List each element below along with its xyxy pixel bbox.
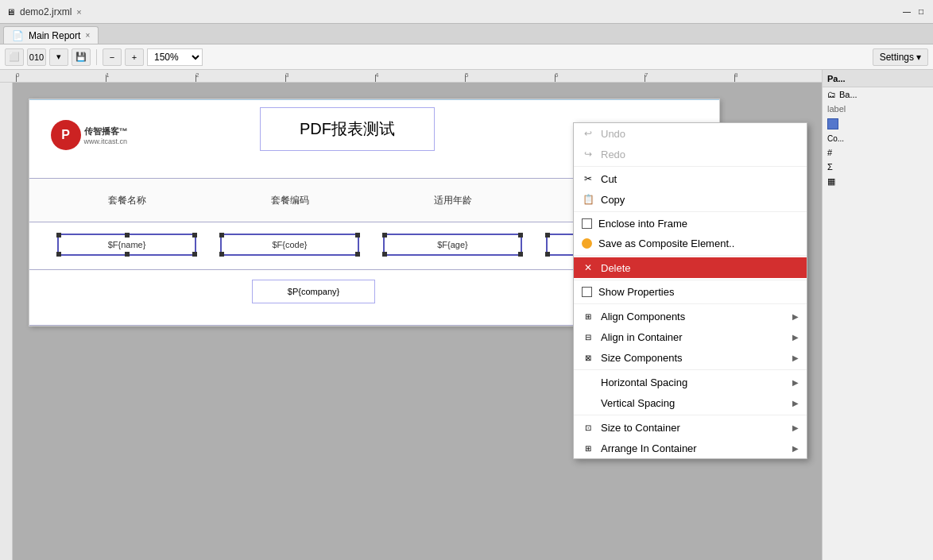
handle-br[interactable] xyxy=(518,252,523,257)
ctx-menu-redo[interactable]: ↪ Redo xyxy=(574,144,807,164)
ctx-menu-vertical-spacing[interactable]: Vertical Spacing ▶ xyxy=(574,392,807,413)
zoom-select[interactable]: 150% 100% 75% 50% 200% xyxy=(147,48,203,66)
rp-hash-icon: # xyxy=(827,148,832,157)
align-in-container-arrow: ▶ xyxy=(792,333,799,342)
right-panel-ba[interactable]: 🗂 Ba... xyxy=(823,87,933,102)
right-panel-label[interactable]: label xyxy=(823,102,933,116)
toolbar: ⬜ 010 ▾ 💾 − + 150% 100% 75% 50% 200% Set… xyxy=(0,44,933,70)
size-to-container-icon: ⊡ xyxy=(582,421,594,434)
window-close-icon[interactable]: × xyxy=(76,7,81,17)
detail-cell-code[interactable]: $F{code} xyxy=(220,234,359,256)
handle-bl[interactable] xyxy=(545,252,550,257)
ctx-menu-show-properties[interactable]: Show Properties xyxy=(574,282,807,302)
ruler-vertical xyxy=(0,83,13,560)
ctx-sep-6 xyxy=(574,369,807,370)
toolbar-btn-3[interactable]: 💾 xyxy=(72,48,91,66)
col-header-code: 套餐编码 xyxy=(220,188,359,212)
align-in-container-icon: ⊟ xyxy=(582,330,594,343)
handle-tr[interactable] xyxy=(192,233,197,238)
ctx-menu-cut[interactable]: ✂ Cut xyxy=(574,168,807,189)
ctx-sep-4 xyxy=(574,280,807,280)
show-properties-icon xyxy=(582,287,592,297)
ctx-menu-align-components[interactable]: ⊞ Align Components ▶ xyxy=(574,306,807,326)
ctx-save-composite-label: Save as Composite Element.. xyxy=(598,238,799,249)
rp-sigma-icon: Σ xyxy=(827,162,833,172)
redo-icon: ↪ xyxy=(582,148,594,160)
tab-label: Main Report xyxy=(29,30,80,41)
right-panel-grid[interactable]: ▦ xyxy=(823,174,933,189)
handle-tl[interactable] xyxy=(382,233,387,238)
handle-bl[interactable] xyxy=(219,252,224,257)
tab-main-report[interactable]: 📄 Main Report × xyxy=(3,26,99,44)
ctx-show-properties-label: Show Properties xyxy=(598,286,799,298)
toolbar-dropdown[interactable]: ▾ xyxy=(49,48,68,66)
tab-bar: 📄 Main Report × xyxy=(0,24,933,44)
window-filename: demo2.jrxml xyxy=(20,6,72,17)
ctx-align-components-label: Align Components xyxy=(601,311,786,322)
ctx-copy-label: Copy xyxy=(601,194,799,206)
canvas-scroll[interactable]: P 传智播客™ www.itcast.cn PDF报表测试 xyxy=(13,83,822,560)
ctx-menu-save-composite[interactable]: Save as Composite Element.. xyxy=(574,234,807,253)
title-textbox[interactable]: PDF报表测试 xyxy=(260,107,435,151)
ctx-align-in-container-label: Align in Container xyxy=(601,331,786,343)
size-components-icon: ⊠ xyxy=(582,351,594,364)
zoom-out-btn[interactable]: − xyxy=(103,48,122,66)
handle-bl[interactable] xyxy=(56,252,61,257)
handle-bm[interactable] xyxy=(125,252,130,257)
handle-tr[interactable] xyxy=(518,233,523,238)
handle-br[interactable] xyxy=(192,252,197,257)
ctx-delete-label: Delete xyxy=(601,262,799,274)
ctx-cut-label: Cut xyxy=(601,173,799,185)
ctx-menu-horizontal-spacing[interactable]: Horizontal Spacing ▶ xyxy=(574,372,807,392)
align-components-icon: ⊞ xyxy=(582,310,594,322)
toolbar-btn-2[interactable]: 010 xyxy=(27,48,46,66)
ctx-menu-undo[interactable]: ↩ Undo xyxy=(574,123,807,144)
ctx-sep-2 xyxy=(574,211,807,212)
horizontal-spacing-arrow: ▶ xyxy=(792,378,799,387)
vertical-spacing-arrow: ▶ xyxy=(792,399,799,407)
ctx-menu-copy[interactable]: 📋 Copy xyxy=(574,189,807,210)
window-minimize-btn[interactable]: — xyxy=(903,7,911,16)
right-panel-sigma[interactable]: Σ xyxy=(823,160,933,174)
window-title-bar: 🖥 demo2.jrxml × — □ xyxy=(0,0,933,24)
ctx-size-components-label: Size Components xyxy=(601,352,786,364)
ctx-menu-size-to-container[interactable]: ⊡ Size to Container ▶ xyxy=(574,417,807,438)
footer-textbox[interactable]: $P{company} xyxy=(252,280,375,303)
detail-cell-age[interactable]: $F{age} xyxy=(383,234,522,256)
ctx-menu-size-components[interactable]: ⊠ Size Components ▶ xyxy=(574,347,807,368)
zoom-in-btn[interactable]: + xyxy=(125,48,144,66)
right-panel-co[interactable]: Co... xyxy=(823,132,933,145)
ctx-menu-delete[interactable]: ✕ Delete xyxy=(574,257,807,278)
handle-bl[interactable] xyxy=(382,252,387,257)
handle-br[interactable] xyxy=(355,252,360,257)
window-maximize-btn[interactable]: □ xyxy=(919,7,923,16)
rp-label-icon: label xyxy=(827,104,846,114)
handle-tl[interactable] xyxy=(219,233,224,238)
ctx-menu-arrange-in-container[interactable]: ⊞ Arrange In Container ▶ xyxy=(574,438,807,458)
ctx-menu-enclose[interactable]: Enclose into Frame xyxy=(574,214,807,234)
tab-close-btn[interactable]: × xyxy=(85,31,90,40)
ctx-sep-5 xyxy=(574,303,807,304)
handle-tm[interactable] xyxy=(125,233,130,238)
toolbar-separator-1 xyxy=(96,49,97,65)
ctx-horizontal-spacing-label: Horizontal Spacing xyxy=(601,377,786,388)
rp-ba-label: Ba... xyxy=(839,90,858,99)
ctx-menu-align-in-container[interactable]: ⊟ Align in Container ▶ xyxy=(574,326,807,347)
rp-blue-rect-icon xyxy=(827,118,838,129)
ruler-horizontal: 0 1 2 3 4 5 6 7 8 9 xyxy=(0,70,822,83)
copy-icon: 📋 xyxy=(582,193,594,206)
handle-tl[interactable] xyxy=(56,233,61,238)
handle-tr[interactable] xyxy=(355,233,360,238)
enclose-icon xyxy=(582,218,592,229)
settings-label: Settings xyxy=(880,52,914,63)
detail-cell-name[interactable]: $F{name} xyxy=(57,234,196,256)
ctx-vertical-spacing-label: Vertical Spacing xyxy=(601,397,786,409)
handle-tl[interactable] xyxy=(545,233,550,238)
settings-btn[interactable]: Settings ▾ xyxy=(873,48,928,66)
ctx-sep-3 xyxy=(574,255,807,256)
right-panel-blue-rect[interactable] xyxy=(823,116,933,132)
title-text: PDF报表测试 xyxy=(300,118,395,140)
toolbar-btn-1[interactable]: ⬜ xyxy=(5,48,24,66)
save-composite-icon xyxy=(582,238,592,249)
right-panel-hash[interactable]: # xyxy=(823,145,933,160)
